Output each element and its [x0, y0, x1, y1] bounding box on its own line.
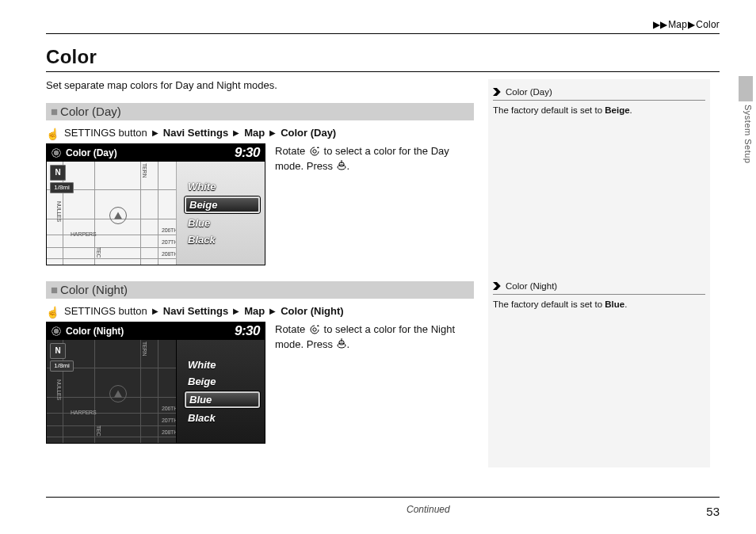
square-icon: ■	[51, 105, 58, 118]
path-segment: SETTINGS button	[64, 127, 147, 139]
road-label: TERN	[142, 163, 147, 177]
path-segment: Color (Day)	[281, 127, 336, 139]
screenshot-color-night: Color (Night) 9:30	[46, 322, 265, 444]
map-scale: 1/8mi	[50, 360, 74, 372]
triangle-icon: ▶	[152, 128, 158, 137]
chevron-icon: ▶▶	[653, 19, 667, 30]
hand-icon: ☝	[46, 307, 59, 318]
gear-icon	[52, 326, 61, 336]
side-tab	[739, 76, 753, 101]
color-option[interactable]: Blue	[185, 216, 260, 230]
screen-clock: 9:30	[235, 145, 260, 161]
page-number: 53	[706, 505, 720, 518]
road-label: 207TH	[162, 418, 178, 423]
info-body-day: The factory default is set to Beige.	[493, 100, 705, 123]
screen-title: Color (Day)	[66, 147, 117, 158]
map-scale: 1/8mi	[50, 182, 74, 193]
instruction-day: Rotate to select a color for the Day mod…	[275, 143, 474, 265]
triangle-icon: ▶	[269, 128, 276, 137]
svg-point-1	[338, 165, 346, 170]
side-section-label: System Setup	[743, 105, 753, 163]
color-options-list: White Beige Blue Black	[176, 340, 265, 443]
rotate-dial-icon	[308, 145, 321, 156]
square-icon: ■	[51, 283, 58, 296]
path-segment: Color (Night)	[281, 305, 343, 317]
color-option-selected[interactable]: Blue	[185, 391, 260, 408]
svg-point-0	[313, 150, 316, 153]
color-option[interactable]: Beige	[185, 375, 260, 388]
screen-title: Color (Night)	[66, 326, 124, 337]
double-chevron-icon	[493, 88, 502, 96]
color-option-selected[interactable]: Beige	[185, 196, 260, 213]
info-sidebar: Color (Day) The factory default is set t…	[488, 79, 710, 467]
triangle-icon: ▶	[152, 307, 158, 315]
path-segment: SETTINGS button	[64, 305, 147, 317]
footer-continued: Continued	[407, 504, 450, 515]
road-label: NULLES	[56, 380, 62, 400]
road-label: TEC	[96, 247, 101, 257]
road-label: TEC	[96, 425, 101, 436]
compass-icon: N	[50, 343, 66, 359]
road-label: 206TH	[162, 406, 178, 411]
instruction-night: Rotate to select a color for the Night m…	[275, 322, 474, 444]
triangle-icon: ▶	[233, 128, 239, 137]
breadcrumb-item: Color	[696, 19, 720, 30]
subheading-color-night: ■Color (Night)	[46, 281, 474, 299]
svg-point-5	[338, 343, 346, 348]
road-label: TERN	[142, 341, 147, 356]
color-option[interactable]: White	[185, 358, 260, 372]
path-segment: Map	[244, 127, 265, 139]
screen-clock: 9:30	[235, 323, 260, 339]
color-options-list: White Beige Blue Black	[176, 162, 265, 265]
map-preview: N 1/8mi HARPERS 206TH 207TH 208TH TERN N…	[47, 340, 189, 443]
press-button-icon	[336, 338, 347, 349]
nav-path-night: ☝ SETTINGS button ▶ Navi Settings ▶ Map …	[46, 305, 474, 317]
color-option[interactable]: White	[185, 180, 260, 193]
road-label: 208TH	[162, 429, 178, 435]
info-body-night: The factory default is set to Blue.	[493, 294, 705, 317]
color-option[interactable]: Black	[185, 411, 260, 425]
subheading-color-day: ■Color (Day)	[46, 103, 474, 120]
nav-path-day: ☝ SETTINGS button ▶ Navi Settings ▶ Map …	[46, 127, 474, 139]
road-label: 206TH	[162, 227, 178, 233]
info-heading-night: Color (Night)	[488, 273, 710, 294]
info-heading-day: Color (Day)	[488, 79, 710, 100]
chevron-icon: ▶	[688, 19, 695, 30]
road-label: HARPERS	[71, 231, 96, 237]
path-segment: Navi Settings	[163, 305, 228, 317]
rotate-dial-icon	[308, 323, 321, 334]
triangle-icon: ▶	[269, 307, 276, 315]
gps-marker-icon	[109, 207, 127, 224]
path-segment: Navi Settings	[163, 127, 228, 139]
hand-icon: ☝	[46, 128, 59, 139]
gps-marker-icon	[109, 385, 127, 402]
road-label: HARPERS	[71, 410, 96, 415]
press-button-icon	[336, 160, 347, 171]
svg-point-4	[313, 328, 316, 331]
map-preview: N 1/8mi HARPERS 206TH 207TH 208TH TERN N…	[47, 162, 189, 265]
breadcrumb-item: Map	[668, 19, 687, 30]
triangle-icon: ▶	[233, 307, 239, 315]
intro-text: Set separate map colors for Day and Nigh…	[46, 79, 277, 91]
screenshot-color-day: Color (Day) 9:30	[46, 143, 265, 265]
road-label: NULLES	[56, 201, 62, 222]
road-label: 207TH	[162, 239, 178, 245]
path-segment: Map	[244, 305, 265, 317]
gear-icon	[52, 148, 61, 158]
road-label: 208TH	[162, 251, 178, 257]
breadcrumb: ▶▶Map▶Color	[652, 19, 720, 30]
color-option[interactable]: Black	[185, 233, 260, 246]
double-chevron-icon	[493, 282, 502, 290]
compass-icon: N	[50, 165, 66, 181]
page-title: Color	[46, 46, 97, 68]
